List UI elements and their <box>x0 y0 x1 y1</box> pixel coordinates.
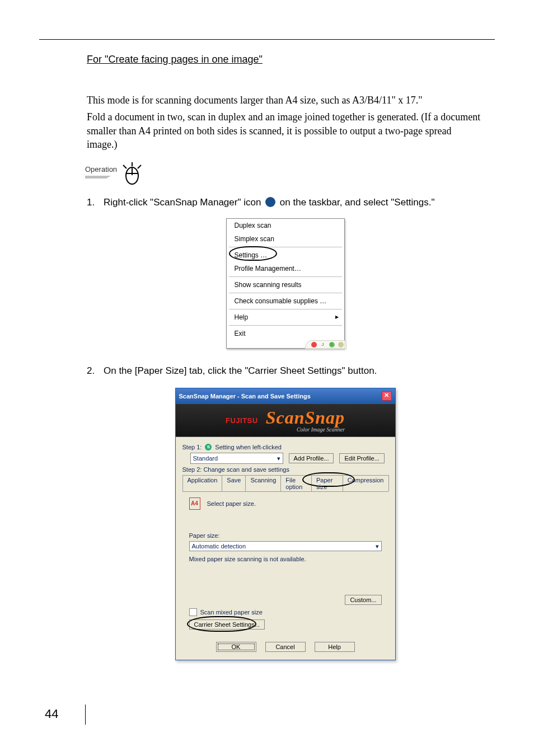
tabs-row: Application Save Scanning File option Pa… <box>182 475 388 492</box>
profile-dropdown[interactable]: Standard ▾ <box>190 453 283 464</box>
scan-mixed-checkbox[interactable] <box>189 608 197 616</box>
menu-item-check-consumable-supplies[interactable]: Check consumable supplies … <box>227 294 344 308</box>
scan-save-settings-dialog: ScanSnap Manager - Scan and Save Setting… <box>175 388 396 660</box>
mouse-click-icon <box>119 161 145 187</box>
tab-application[interactable]: Application <box>182 475 223 491</box>
dropdown-arrow-icon: ▾ <box>376 543 379 550</box>
scansnap-wordmark: ScanSnap <box>266 408 345 426</box>
dialog-body: Step 1: S Setting when left-clicked Stan… <box>176 437 395 660</box>
close-button[interactable]: ✕ <box>382 391 392 401</box>
menu-separator <box>229 309 342 309</box>
s-icon: S <box>205 444 212 450</box>
mixed-note: Mixed paper size scanning is not availab… <box>189 556 382 562</box>
tab-file-option[interactable]: File option <box>280 475 312 491</box>
add-profile-button[interactable]: Add Profile... <box>289 453 334 463</box>
dropdown-arrow-icon: ▾ <box>277 455 280 462</box>
lower-controls: Custom... Scan mixed paper size Carrier … <box>189 595 382 630</box>
step-number: 2. <box>87 365 104 377</box>
tab-save[interactable]: Save <box>222 475 246 491</box>
menu-item-settings[interactable]: Settings … <box>227 248 344 262</box>
menu-item-show-scanning-results[interactable]: Show scanning results <box>227 278 344 292</box>
paragraph: Fold a document in two, scan in duplex a… <box>87 110 484 151</box>
operation-badge: Operation <box>85 161 484 187</box>
svg-line-5 <box>138 165 141 168</box>
paper-size-panel: A4 Select paper size. Paper size: Automa… <box>182 492 388 636</box>
menu-item-help[interactable]: Help <box>227 311 344 324</box>
menu-item-exit[interactable]: Exit <box>227 327 344 340</box>
operation-underline-arrow <box>85 176 111 181</box>
page-number-separator <box>85 705 86 725</box>
document-page: For "Create facing pages in one image" T… <box>0 0 534 756</box>
menu-item-settings-label: Settings … <box>235 251 268 259</box>
menu-item-simplex-scan[interactable]: Simplex scan <box>227 232 344 246</box>
dialog-titlebar: ScanSnap Manager - Scan and Save Setting… <box>176 388 395 403</box>
select-paper-row: A4 Select paper size. <box>189 497 382 510</box>
menu-separator <box>229 325 342 326</box>
carrier-sheet-settings-button[interactable]: Carrier Sheet Settings... <box>189 619 265 630</box>
cancel-button[interactable]: Cancel <box>265 642 306 652</box>
tray-icon[interactable] <box>311 342 317 348</box>
tab-scanning[interactable]: Scanning <box>245 475 281 491</box>
select-paper-label: Select paper size. <box>207 500 256 507</box>
menu-separator <box>229 247 342 247</box>
menu-item-duplex-scan[interactable]: Duplex scan <box>227 219 344 232</box>
step1-post: on the taskbar, and select "Settings." <box>280 197 435 208</box>
dialog-title-text: ScanSnap Manager - Scan and Save Setting… <box>179 393 311 400</box>
header-rule <box>39 39 495 40</box>
step-text: Right-click "ScanSnap Manager" icon on t… <box>104 197 484 208</box>
step2-label: Step 2: Change scan and save settings <box>182 466 388 473</box>
custom-button[interactable]: Custom... <box>345 595 381 605</box>
content-column: For "Create facing pages in one image" T… <box>39 54 495 660</box>
step-number: 1. <box>87 197 104 208</box>
tray-icon[interactable]: J <box>320 342 326 348</box>
step-2: 2. On the [Paper Size] tab, click the "C… <box>87 365 484 377</box>
page-number: 44 <box>45 707 58 721</box>
profile-value: Standard <box>193 455 218 462</box>
menu-separator <box>229 293 342 293</box>
scan-mixed-label: Scan mixed paper size <box>200 609 263 616</box>
paper-size-label: Paper size: <box>189 532 382 539</box>
svg-line-4 <box>123 165 127 168</box>
a4-icon: A4 <box>189 497 200 510</box>
step1-row: Step 1: S Setting when left-clicked <box>182 444 388 450</box>
svg-marker-0 <box>85 176 111 179</box>
context-menu: Duplex scan Simplex scan Settings … Prof… <box>226 218 345 349</box>
step-1: 1. Right-click "ScanSnap Manager" icon o… <box>87 197 484 208</box>
paper-size-dropdown[interactable]: Automatic detection ▾ <box>189 541 382 551</box>
dialog-button-row: OK Cancel Help <box>182 636 388 660</box>
profile-row: Standard ▾ Add Profile... Edit Profile..… <box>182 453 388 464</box>
section-heading: For "Create facing pages in one image" <box>87 54 484 65</box>
brand-banner: FUJITSU ScanSnap Color Image Scanner <box>176 403 395 437</box>
menu-item-profile-management[interactable]: Profile Management… <box>227 262 344 275</box>
paragraph: This mode is for scanning documents larg… <box>87 93 484 107</box>
tab-compression[interactable]: Compression <box>343 475 389 491</box>
help-button[interactable]: Help <box>315 642 355 652</box>
scansnap-manager-tray-icon <box>265 197 275 207</box>
scan-mixed-row: Scan mixed paper size <box>189 608 382 616</box>
tab-paper-size[interactable]: Paper size <box>311 475 343 491</box>
tray-scansnap-icon[interactable]: S <box>329 342 335 348</box>
edit-profile-button[interactable]: Edit Profile... <box>339 453 384 463</box>
step1-label: Step 1: <box>182 444 202 450</box>
operation-label: Operation <box>85 165 117 173</box>
paper-size-value: Automatic detection <box>192 543 246 550</box>
step1-pre: Right-click "ScanSnap Manager" icon <box>104 197 261 208</box>
fujitsu-logo: FUJITSU <box>226 416 258 425</box>
ok-button[interactable]: OK <box>216 642 256 652</box>
step1-text: Setting when left-clicked <box>215 444 282 450</box>
scansnap-logo: ScanSnap Color Image Scanner <box>266 408 345 433</box>
tray-icon[interactable] <box>338 342 344 348</box>
menu-separator <box>229 276 342 277</box>
system-tray-area: J S <box>305 340 346 349</box>
step-text: On the [Paper Size] tab, click the "Carr… <box>104 365 484 377</box>
